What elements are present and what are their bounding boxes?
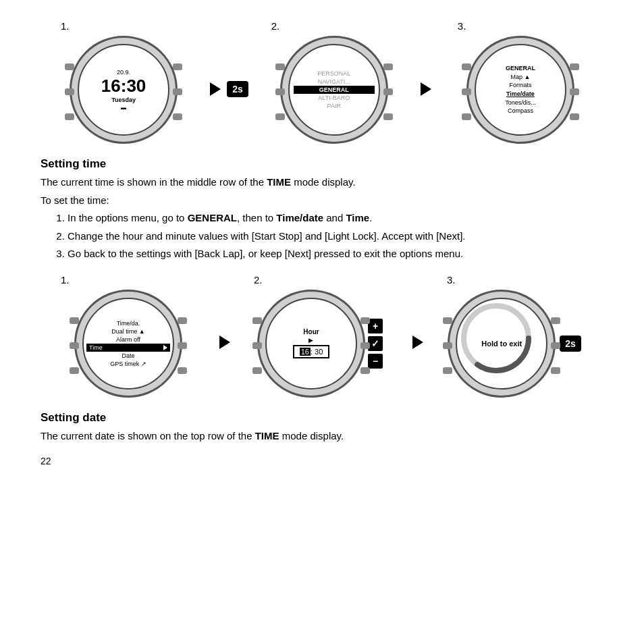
menu-item-altibaro: ALTI-BARO: [294, 94, 375, 102]
crown-blt2: [252, 317, 262, 324]
watch-b3: Hold to exit: [448, 290, 556, 398]
watch-3: GENERAL Map ▲ Formats Time/date Tones/di…: [466, 36, 574, 144]
crown-lb2: [275, 113, 285, 120]
watch-1: 20.9. 16:30 Tuesday ▬: [70, 36, 178, 144]
crown-lb1: [65, 113, 74, 120]
step-1-text: In the options menu, go to GENERAL, then…: [68, 211, 603, 226]
battery-icon: ▬: [82, 104, 165, 111]
tm-time: Time: [86, 344, 170, 352]
arrow-right-2: [421, 82, 431, 96]
top-step3: 3. GENERAL Map ▲ Formats Time/date Tones: [437, 20, 603, 144]
watch-screen-b3: Hold to exit: [456, 298, 547, 390]
setting-time-section: Setting time The current time is shown i…: [41, 157, 603, 262]
para1-bold: TIME: [267, 176, 291, 188]
day-display: Tuesday: [82, 96, 165, 105]
screen-1: 20.9. 16:30 Tuesday ▬: [79, 65, 168, 115]
menu-list-1: PERSONAL NAVIGATI... GENERAL ALTI-BARO P…: [290, 70, 379, 110]
watch-screen-b2: Hour ▶ 16: 30: [265, 298, 357, 390]
screen-3: GENERAL Map ▲ Formats Time/date Tones/di…: [476, 61, 565, 118]
sub-compass: Compass: [481, 107, 560, 115]
crown-blb3: [443, 367, 452, 374]
tm-time-arrow: [163, 345, 167, 350]
steps-list: In the options menu, go to GENERAL, then…: [54, 211, 603, 262]
sub-formats: Formats: [481, 81, 560, 90]
top-diagram-row: 1. 20.9. 16:30 Tuesday ▬ 2s: [41, 20, 603, 144]
time-display: 16:30: [82, 76, 165, 96]
hour-label: Hour: [303, 328, 319, 336]
bold-timedate: Time/date: [276, 212, 323, 223]
arrow-right-b1: [219, 336, 230, 349]
crown-brm3: [551, 342, 560, 349]
crown-brb2: [360, 367, 370, 374]
step3-with-badge: Hold to exit 2s: [448, 290, 581, 398]
step1-num: 1.: [61, 20, 70, 32]
bot-step1-num: 1.: [61, 274, 70, 286]
bottom-diagram-row: 1. Time/da. Dual time ▲ Alarm off Time: [41, 274, 603, 398]
crown-brm2: [360, 342, 370, 349]
watch-screen-2: PERSONAL NAVIGATI... GENERAL ALTI-BARO P…: [288, 44, 380, 136]
para-1: The current time is shown in the middle …: [41, 175, 603, 190]
crown-brm1: [178, 342, 187, 349]
hold-to-exit-text: Hold to exit: [481, 340, 522, 348]
bot-step3: 3. Ho: [427, 274, 602, 398]
sub-tones: Tones/dis...: [481, 99, 560, 107]
bold-time: Time: [346, 212, 369, 223]
tm-dualtime: Dual time ▲: [86, 327, 170, 336]
date-para-1: The current date is shown on the top row…: [41, 429, 603, 444]
watch-b1: Time/da. Dual time ▲ Alarm off Time Date…: [74, 290, 182, 398]
arrow-bot-2: [409, 336, 427, 349]
tm-timeda: Time/da.: [86, 319, 170, 327]
crown-blb2: [252, 367, 262, 374]
arrow-right-1: [210, 82, 221, 96]
step2-num: 2.: [271, 20, 280, 32]
arc-svg: [457, 299, 535, 377]
check-button: ✓: [368, 336, 383, 351]
para1-end: mode display.: [291, 176, 356, 188]
crown-rb2: [383, 113, 393, 120]
crown-brb3: [551, 367, 560, 374]
crown-rt1: [173, 63, 182, 70]
top-step1: 1. 20.9. 16:30 Tuesday ▬: [41, 20, 207, 144]
crown-blt1: [70, 317, 79, 324]
hour-arrow-right: ▶: [308, 337, 313, 344]
watch-screen-b1: Time/da. Dual time ▲ Alarm off Time Date…: [82, 298, 174, 390]
page-number: 22: [41, 456, 603, 466]
side-buttons: + ✓ −: [368, 319, 383, 369]
hold-exit-container: Hold to exit: [457, 299, 546, 388]
hour-value: 16: 30: [293, 345, 330, 358]
crown-lt3: [462, 63, 471, 70]
date-para1-bold: TIME: [255, 430, 279, 441]
arrow-right-b2: [412, 336, 423, 349]
setting-time-title: Setting time: [41, 157, 603, 171]
tm-gpstimek: GPS timek ↗: [86, 360, 170, 368]
sub-map: Map ▲: [481, 73, 560, 82]
time-menu: Time/da. Dual time ▲ Alarm off Time Date…: [84, 319, 173, 368]
arrow-mid: [417, 82, 435, 96]
crown-brt2: [360, 317, 370, 324]
para1-text: The current time is shown in the middle …: [41, 176, 267, 188]
crown-rt2: [383, 63, 393, 70]
date-para1-text: The current date is shown on the top row…: [41, 430, 255, 441]
sub-timedate: Time/date: [481, 90, 560, 99]
menu-item-personal: PERSONAL: [294, 70, 375, 78]
setting-date-title: Setting date: [41, 411, 603, 425]
watch-screen-3: GENERAL Map ▲ Formats Time/date Tones/di…: [475, 44, 566, 136]
crown-blm2: [252, 342, 262, 349]
crown-blm3: [443, 342, 452, 349]
badge-2s-top: 2s: [227, 81, 248, 97]
step3-num: 3.: [458, 20, 466, 32]
crown-rt3: [570, 63, 579, 70]
tm-date: Date: [86, 352, 170, 360]
date-para1-end: mode display.: [279, 430, 344, 441]
tm-alarmoff: Alarm off: [86, 336, 170, 344]
crown-rm3: [570, 88, 579, 95]
crown-lt2: [275, 63, 285, 70]
hour-screen: Hour ▶ 16: 30: [293, 328, 330, 358]
crown-lm2: [275, 88, 285, 95]
crown-rm2: [383, 88, 393, 95]
crown-blt3: [443, 317, 452, 324]
menu-item-pair: PAIR: [294, 102, 375, 110]
plus-button: +: [368, 319, 383, 333]
badge-2s-bottom: 2s: [560, 336, 581, 352]
para-2: To set the time:: [41, 193, 603, 209]
